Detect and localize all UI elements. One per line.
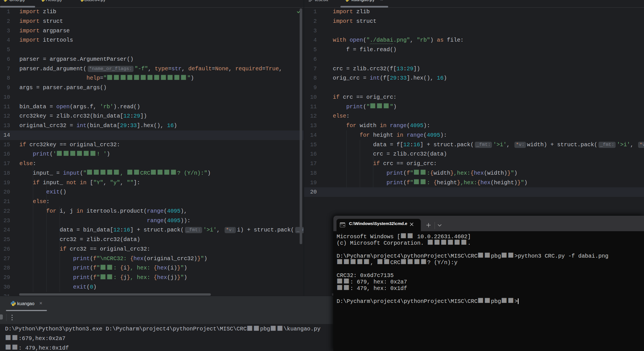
svg-text:C:\: C:\ (340, 224, 343, 226)
